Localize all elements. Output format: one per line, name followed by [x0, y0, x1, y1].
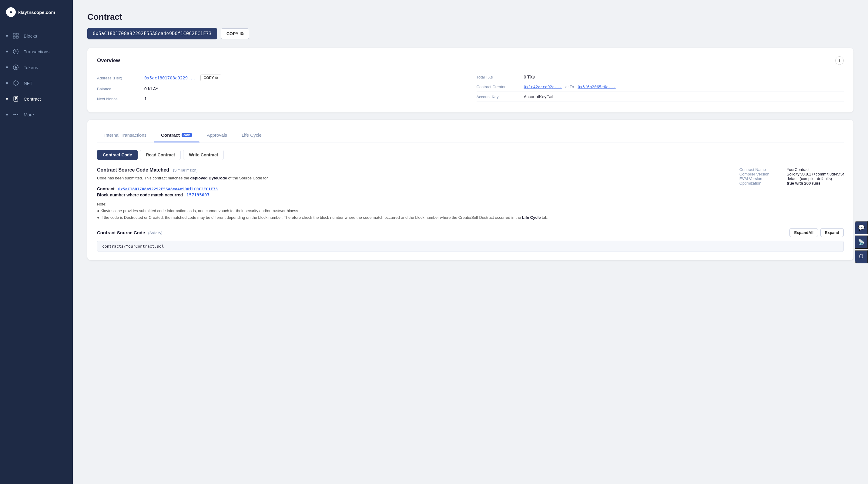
small-copy-button[interactable]: COPY ⧉ — [200, 74, 221, 81]
info-button[interactable]: i — [835, 56, 844, 65]
tab-contract-badge: code — [182, 133, 192, 137]
nav-dot-tokens — [6, 66, 8, 68]
svg-point-11 — [16, 114, 17, 115]
tab-approvals[interactable]: Approvals — [199, 128, 235, 142]
address-bar: 0x5aC1801708a92292F55A8ea4e9D0f1C0C2EC1F… — [87, 28, 854, 39]
sub-tab-contract-code[interactable]: Contract Code — [97, 150, 137, 160]
more-icon — [12, 111, 20, 118]
contract-source-section: Contract Source Code Matched (Similar ma… — [97, 167, 844, 221]
nav-dot-contract — [6, 98, 8, 100]
float-chat-button[interactable]: 💬 — [855, 221, 868, 234]
blocks-icon — [12, 32, 20, 39]
note-title: Note: — [97, 201, 730, 207]
ci-row-optimization: Optimization true with 200 runs — [740, 181, 844, 186]
svg-rect-4 — [13, 36, 16, 38]
sidebar-item-more-label: More — [24, 112, 34, 117]
totaltx-label: Total TXs — [476, 75, 519, 79]
accountkey-value: AccountKeyFail — [524, 94, 553, 99]
expand-button[interactable]: Expand — [820, 228, 844, 237]
contract-ref: Contract 0x5aC1801708a92292F55A8ea4e9D0f… — [97, 186, 730, 191]
small-copy-icon: ⧉ — [215, 76, 218, 80]
match-badge: (Similar match) — [173, 168, 198, 172]
svg-point-12 — [17, 114, 18, 115]
overview-grid: Address (Hex) 0x5ac1801708a9229... COPY … — [97, 72, 844, 104]
sub-tab-write-contract[interactable]: Write Contract — [183, 150, 224, 160]
creator-tx[interactable]: 0x3f6b2065e6e... — [578, 85, 616, 89]
nft-icon — [12, 79, 20, 87]
tab-lifecycle-label: Life Cycle — [242, 132, 261, 138]
svg-rect-9 — [13, 96, 18, 101]
logo-text: klaytnscope.com — [18, 10, 55, 15]
copy-address-button[interactable]: COPY ⧉ — [221, 29, 249, 39]
overview-row-nonce: Next Nonce 1 — [97, 94, 464, 104]
float-signal-button[interactable]: 📡 — [855, 235, 868, 249]
creator-address[interactable]: 0x1c42accd92d... — [524, 85, 562, 89]
expand-all-button[interactable]: ExpandAll — [789, 228, 818, 237]
expand-buttons: ExpandAll Expand — [789, 228, 844, 237]
sidebar-item-blocks[interactable]: Blocks — [0, 28, 73, 44]
tokens-icon — [12, 64, 20, 71]
balance-label: Balance — [97, 87, 140, 91]
page-title: Contract — [87, 12, 854, 22]
right-float-buttons: 💬 📡 ⏱ — [855, 221, 868, 263]
contract-left-content: Contract Source Code Matched (Similar ma… — [97, 167, 730, 221]
overview-right: Total TXs 0 TXs Contract Creator 0x1c42a… — [476, 72, 844, 104]
ci-compiler-value: Solidity v0.8.17+commit.8df45f5f — [787, 172, 844, 176]
nonce-label: Next Nonce — [97, 97, 140, 101]
contract-ref-address[interactable]: 0x5aC1801708a92292F55A8ea4e9D0f1C0C2EC1F… — [118, 187, 218, 191]
source-code-header: Contract Source Code (Solidity) ExpandAl… — [97, 228, 844, 237]
nav-dot-more — [6, 114, 8, 116]
accountkey-label: Account Key — [476, 95, 519, 99]
ci-name-value: YourContract — [787, 167, 809, 172]
ci-opt-label: Optimization — [740, 181, 782, 186]
svg-rect-3 — [17, 33, 19, 35]
sidebar-logo: klaytnscope.com — [0, 0, 73, 26]
ci-opt-value: true with 200 runs — [787, 181, 820, 186]
sidebar-item-tokens[interactable]: Tokens — [0, 59, 73, 75]
nav-dot-nft — [6, 82, 8, 84]
sidebar-item-contract[interactable]: Contract — [0, 91, 73, 107]
sidebar-item-transactions[interactable]: Transactions — [0, 44, 73, 59]
address-display: 0x5aC1801708a92292F55A8ea4e9D0f1C0C2EC1F… — [87, 28, 217, 39]
tab-contract-label: Contract — [161, 132, 180, 138]
contract-right-info: Contract Name YourContract Compiler Vers… — [740, 167, 844, 221]
tab-lifecycle[interactable]: Life Cycle — [235, 128, 269, 142]
nav-dot-transactions — [6, 51, 8, 53]
note-section: Note: ● Klaytnscope provides submitted c… — [97, 201, 730, 221]
tab-internal-transactions[interactable]: Internal Transactions — [97, 128, 154, 142]
balance-value: 0 KLAY — [144, 86, 158, 91]
sidebar-item-nft[interactable]: NFT — [0, 75, 73, 91]
address-value: 0x5ac1801708a9229... — [144, 75, 195, 80]
svg-point-10 — [13, 114, 14, 115]
tab-contract[interactable]: Contract code — [154, 128, 199, 142]
at-tx-label: at Tx — [565, 85, 574, 89]
overview-row-totaltx: Total TXs 0 TXs — [476, 72, 844, 82]
overview-left: Address (Hex) 0x5ac1801708a9229... COPY … — [97, 72, 464, 104]
block-ref: Block number where code match occurred 1… — [97, 192, 730, 197]
note-2: ● If the code is Destructed or Created, … — [97, 214, 730, 221]
creator-value: 0x1c42accd92d... at Tx 0x3f6b2065e6e... — [524, 85, 616, 89]
tab-internal-transactions-label: Internal Transactions — [104, 132, 147, 138]
totaltx-value: 0 TXs — [524, 74, 535, 79]
svg-rect-2 — [13, 33, 16, 35]
creator-label: Contract Creator — [476, 85, 519, 89]
sub-tab-read-contract[interactable]: Read Contract — [140, 150, 181, 160]
contract-match-desc: Code has been submitted. This contract m… — [97, 175, 730, 182]
overview-row-accountkey: Account Key AccountKeyFail — [476, 92, 844, 102]
sidebar: klaytnscope.com Blocks — [0, 0, 73, 484]
address-label: Address (Hex) — [97, 76, 140, 80]
sidebar-item-more[interactable]: More — [0, 107, 73, 123]
tabs-card: Internal Transactions Contract code Appr… — [87, 120, 854, 260]
block-number[interactable]: 157195007 — [186, 192, 210, 197]
ci-name-label: Contract Name — [740, 167, 782, 172]
nonce-value: 1 — [144, 96, 147, 101]
nav-dot-blocks — [6, 35, 8, 37]
float-timer-button[interactable]: ⏱ — [855, 250, 868, 263]
source-code-title-area: Contract Source Code (Solidity) — [97, 230, 162, 235]
sidebar-item-contract-label: Contract — [24, 96, 41, 101]
overview-row-balance: Balance 0 KLAY — [97, 84, 464, 94]
main-content: Contract 0x5aC1801708a92292F55A8ea4e9D0f… — [73, 0, 868, 484]
overview-title: Overview — [97, 58, 120, 64]
ci-compiler-label: Compiler Version — [740, 172, 782, 176]
ci-row-compiler: Compiler Version Solidity v0.8.17+commit… — [740, 172, 844, 176]
